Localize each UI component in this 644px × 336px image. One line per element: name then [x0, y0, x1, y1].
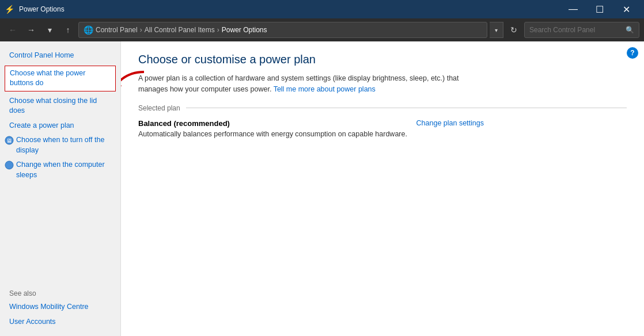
plan-info: Balanced (recommended) Automatically bal…	[138, 119, 407, 138]
title-bar-controls: — ☐ ✕	[560, 0, 639, 18]
sep2: ›	[217, 26, 219, 34]
see-also-links: Windows Mobility Centre User Accounts	[0, 300, 120, 329]
sidebar-item-power-buttons[interactable]: Choose what the power buttons do	[5, 66, 116, 91]
up-button[interactable]: ↑	[60, 22, 76, 38]
forward-button[interactable]: →	[23, 22, 39, 38]
refresh-button[interactable]: ↻	[506, 22, 522, 38]
sidebar-item-turn-off-display[interactable]: Choose when to turn off the display	[16, 135, 116, 155]
breadcrumb-control-panel[interactable]: Control Panel	[96, 26, 138, 34]
recent-button[interactable]: ▾	[41, 22, 58, 38]
divider-line	[186, 108, 627, 108]
main-layout: Control Panel Home Choose what the power…	[0, 41, 644, 336]
sidebar-item-computer-sleeps[interactable]: Change when the computer sleeps	[16, 160, 116, 180]
page-title: Choose or customise a power plan	[138, 53, 627, 66]
sidebar-item-windows-mobility[interactable]: Windows Mobility Centre	[0, 300, 120, 315]
help-button[interactable]: ?	[627, 47, 638, 59]
content-area: ? Choose or customise a power plan A pow…	[121, 41, 644, 336]
plan-name: Balanced (recommended)	[138, 119, 407, 128]
breadcrumb-current: Power Options	[222, 26, 267, 34]
address-field[interactable]: 🌐 Control Panel › All Control Panel Item…	[78, 22, 487, 38]
see-also-section: See also	[0, 282, 120, 300]
address-dropdown[interactable]: ▾	[490, 22, 503, 38]
address-bar: ← → ▾ ↑ 🌐 Control Panel › All Control Pa…	[0, 18, 644, 41]
sidebar-item-user-accounts[interactable]: User Accounts	[0, 315, 120, 330]
breadcrumb-all-items[interactable]: All Control Panel Items	[145, 26, 215, 34]
sep1: ›	[140, 26, 142, 34]
title-bar-left: ⚡ Power Options	[5, 5, 65, 14]
sidebar-item-control-panel-home[interactable]: Control Panel Home	[0, 48, 120, 63]
content-description: A power plan is a collection of hardware…	[138, 73, 472, 95]
see-also-label: See also	[9, 289, 36, 297]
display-icon: 🖥	[5, 136, 14, 145]
close-button[interactable]: ✕	[613, 0, 639, 18]
title-bar: ⚡ Power Options — ☐ ✕	[0, 0, 644, 18]
search-icon: 🔍	[626, 26, 634, 34]
learn-more-link[interactable]: Tell me more about power plans	[274, 85, 376, 93]
plan-row: Balanced (recommended) Automatically bal…	[138, 119, 484, 138]
sidebar-item-create-plan[interactable]: Create a power plan	[0, 119, 120, 133]
sidebar-item-turn-off-display-wrapper: 🖥 Choose when to turn off the display	[0, 133, 120, 158]
red-arrow	[121, 69, 150, 111]
plan-description: Automatically balances performance with …	[138, 130, 407, 138]
sleep-icon	[5, 161, 14, 170]
change-plan-link[interactable]: Change plan settings	[416, 119, 484, 127]
back-button[interactable]: ←	[5, 22, 21, 38]
sidebar-item-closing-lid[interactable]: Choose what closing the lid does	[0, 94, 120, 119]
sidebar: Control Panel Home Choose what the power…	[0, 41, 121, 336]
app-icon: ⚡	[5, 5, 14, 14]
svg-point-2	[5, 161, 13, 169]
breadcrumb-icon: 🌐	[84, 25, 93, 35]
minimize-button[interactable]: —	[560, 0, 586, 18]
search-input[interactable]	[529, 26, 623, 34]
svg-text:🖥: 🖥	[6, 138, 12, 144]
sidebar-item-computer-sleeps-wrapper: Change when the computer sleeps	[0, 158, 120, 182]
search-box[interactable]: 🔍	[524, 22, 639, 38]
maximize-button[interactable]: ☐	[586, 0, 613, 18]
app-title: Power Options	[19, 5, 65, 13]
section-divider: Selected plan	[138, 104, 627, 112]
